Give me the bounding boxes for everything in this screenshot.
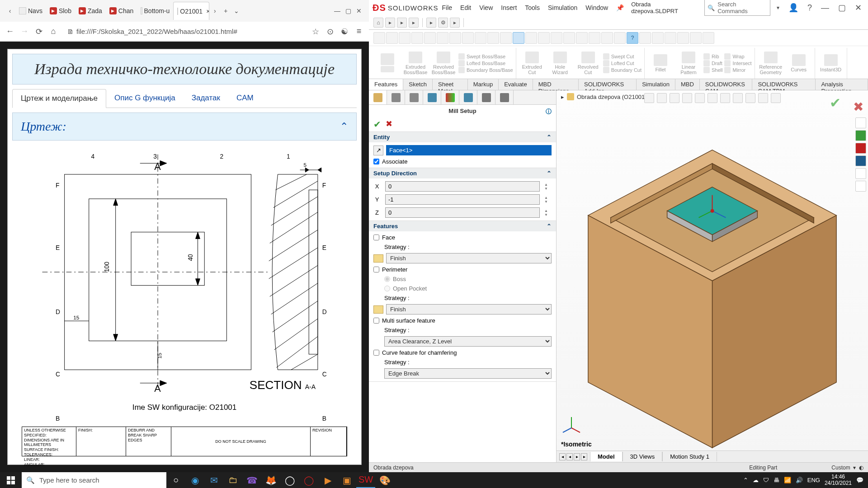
sublime-icon[interactable]: ▣ — [337, 472, 356, 488]
cm-tab-addins[interactable]: SOLIDWORKS Add-Ins — [579, 79, 637, 90]
fillet-button[interactable]: Fillet — [647, 48, 674, 79]
bookmark-icon[interactable]: ☆ — [311, 27, 320, 36]
cm-tab-evaluate[interactable]: Evaluate — [499, 79, 533, 90]
cm-tab-simulation[interactable]: Simulation — [637, 79, 675, 90]
viber-icon[interactable]: ☎ — [242, 472, 261, 488]
y-input[interactable] — [385, 194, 540, 205]
nav-fwd-button[interactable]: → — [20, 27, 29, 36]
x-input[interactable] — [385, 181, 540, 192]
swept-cut-button[interactable]: Swept Cut — [603, 53, 642, 60]
window-min-button[interactable]: — — [332, 5, 343, 16]
browser-tab[interactable]: ▶Zada — [75, 2, 106, 20]
reader-icon[interactable]: ☯ — [340, 27, 349, 36]
cancel-button[interactable]: ✖ — [386, 119, 392, 130]
cam-tool-icon[interactable] — [538, 32, 550, 44]
nav-home-button[interactable]: ⌂ — [49, 27, 58, 36]
taskpane-icon[interactable] — [855, 143, 866, 154]
entity-pick-icon[interactable]: ↗ — [373, 145, 383, 155]
reject-icon[interactable]: ✖ — [853, 99, 863, 114]
face-checkbox[interactable]: Face — [373, 234, 552, 241]
rib-button[interactable]: Rib — [703, 53, 722, 60]
nav-back-button[interactable]: ← — [5, 27, 14, 36]
view-tool-icon[interactable] — [682, 93, 692, 103]
nav-reload-button[interactable]: ⟳ — [34, 27, 43, 36]
view-tool-icon[interactable] — [720, 93, 730, 103]
window-max-button[interactable]: ▢ — [835, 3, 849, 13]
cam-tool-icon[interactable] — [462, 32, 474, 44]
shield-icon[interactable]: 🛡 — [763, 477, 769, 483]
view-tool-icon[interactable] — [695, 93, 705, 103]
printer-icon[interactable]: 🖶 — [774, 477, 779, 483]
z-input[interactable] — [385, 207, 540, 218]
help-icon[interactable]: ⓘ — [546, 108, 552, 116]
window-close-button[interactable]: ✕ — [354, 5, 364, 16]
user-icon[interactable]: 👤 — [786, 3, 801, 13]
cam-tool-icon[interactable] — [614, 32, 626, 44]
cam-tool-icon[interactable] — [399, 32, 410, 44]
motion-study-tab[interactable]: Motion Study 1 — [662, 452, 717, 461]
volume-icon[interactable]: 🔊 — [796, 477, 803, 483]
new-tab-button[interactable]: + — [220, 5, 231, 16]
cm-tab-markup[interactable]: Markup — [468, 79, 499, 90]
pm-tab[interactable] — [405, 90, 423, 104]
browser-tab[interactable]: ▶Slob — [46, 2, 75, 20]
feature-tree-breadcrumb[interactable]: ▸ Obrada dzepova (O21001... — [561, 93, 650, 100]
pm-tab[interactable] — [369, 90, 387, 104]
open-pocket-radio[interactable]: Open Pocket — [373, 285, 552, 292]
taskbar-search[interactable]: 🔍Type here to search — [22, 472, 166, 488]
settings-icon[interactable]: ⚙ — [438, 18, 448, 28]
tabs-menu-icon[interactable]: ⌄ — [231, 5, 242, 16]
taskbar-clock[interactable]: 14:46 24/10/2021 — [825, 474, 852, 486]
graphics-viewport[interactable]: ▸ Obrada dzepova (O21001... ✔ ✖ — [557, 90, 868, 462]
strategy-select[interactable]: Finish — [386, 253, 552, 263]
open-icon[interactable]: ▸ — [397, 18, 407, 28]
mirror-button[interactable]: Mirror — [724, 67, 751, 73]
lofted-cut-button[interactable]: Lofted Cut — [603, 60, 642, 66]
boss-radio[interactable]: Boss — [373, 276, 552, 282]
browser-tab[interactable]: Navs — [15, 2, 46, 20]
search-dropdown-icon[interactable]: ▾ — [774, 5, 782, 11]
tray-chevron-icon[interactable]: ⌃ — [743, 477, 748, 483]
sync-icon[interactable]: ⊙ — [326, 27, 335, 36]
pm-tab[interactable] — [477, 90, 495, 104]
cam-tool-icon[interactable] — [386, 32, 398, 44]
taskpane-icon[interactable] — [855, 181, 866, 192]
tab-scroll[interactable]: ◂◂▸▸ — [557, 453, 590, 460]
explorer-icon[interactable]: 🗀 — [223, 472, 242, 488]
cam-tool-icon[interactable] — [525, 32, 537, 44]
view-tool-icon[interactable] — [708, 93, 717, 103]
mail-icon[interactable]: ✉ — [204, 472, 223, 488]
cam-tool-icon[interactable] — [576, 32, 588, 44]
cm-tab-sketch[interactable]: Sketch — [403, 79, 433, 90]
cm-tab-analysisprep[interactable]: Analysis Preparation — [816, 79, 868, 90]
solidworks-taskbar-icon[interactable]: SW — [356, 472, 375, 488]
media-icon[interactable]: ▶ — [318, 472, 337, 488]
home-small-icons[interactable] — [374, 48, 401, 79]
menu-icon[interactable]: ≡ — [354, 27, 363, 36]
hole-wizard-button[interactable]: Hole Wizard — [547, 48, 573, 79]
lofted-boss-button[interactable]: Lofted Boss/Base — [458, 60, 513, 66]
cortana-icon[interactable]: ○ — [166, 472, 185, 488]
help-icon[interactable]: ? — [805, 3, 815, 13]
cam-tool-icon[interactable] — [703, 32, 714, 44]
cam-tool-icon[interactable] — [652, 32, 664, 44]
browser-tab[interactable]: ▶Chan — [106, 2, 137, 20]
cam-tool-icon[interactable] — [665, 32, 676, 44]
entity-section-header[interactable]: Entity⌃ — [369, 132, 556, 142]
status-icon[interactable]: ◐ — [859, 465, 863, 471]
shell-button[interactable]: Shell — [703, 67, 722, 73]
view-tool-icon[interactable] — [670, 93, 679, 103]
view-tool-icon[interactable] — [657, 93, 667, 103]
menu-window[interactable]: Window — [585, 4, 608, 11]
undo-icon[interactable]: ▸ — [450, 18, 460, 28]
taskpane-icon[interactable] — [855, 155, 866, 166]
menu-tools[interactable]: Tools — [525, 4, 540, 11]
cam-tool-icon[interactable] — [437, 32, 448, 44]
cm-tab-mbddim[interactable]: MBD Dimensions — [533, 79, 579, 90]
linear-pattern-button[interactable]: Linear Pattern — [675, 48, 702, 79]
notifications-icon[interactable]: 💬 — [856, 477, 863, 483]
cam-tool-icon[interactable] — [500, 32, 512, 44]
cam-tool-icon[interactable] — [690, 32, 702, 44]
strategy-select[interactable]: Area Clearance, Z Level — [384, 336, 552, 347]
url-field[interactable]: 🗎file:///F:/Skolska_2021_2022/Web/haas/o… — [63, 26, 306, 37]
